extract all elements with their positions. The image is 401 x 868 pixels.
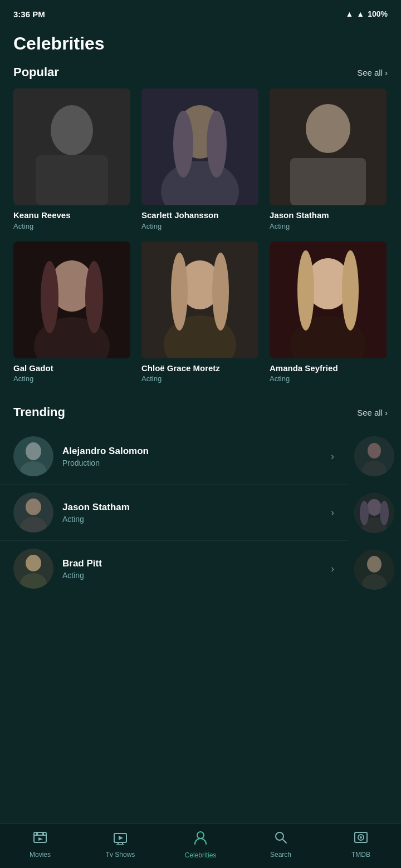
svg-point-59 xyxy=(197,832,204,839)
svg-point-64 xyxy=(360,836,362,839)
celebrity-photo-gal-gadot xyxy=(13,241,130,358)
svg-rect-12 xyxy=(290,158,366,205)
nav-label-tmdb: TMDB xyxy=(351,851,370,859)
status-bar: 3:36 PM ▲ ▲ 100% xyxy=(0,0,401,28)
trending-role-jason-statham-2: Acting xyxy=(62,515,326,524)
celebrity-photo-amanda-seyfried xyxy=(270,241,387,358)
svg-point-36 xyxy=(26,555,41,571)
popular-grid: Keanu Reeves Acting Scarlett Johansson A… xyxy=(13,88,381,383)
side-avatar-3[interactable] xyxy=(354,550,394,590)
svg-point-39 xyxy=(368,443,381,458)
svg-point-16 xyxy=(41,261,58,333)
celebrity-role-scarlett-johansson: Acting xyxy=(141,222,258,230)
trending-item-brad-pitt[interactable]: Brad Pitt Acting › xyxy=(0,541,348,596)
celebrity-card-keanu-reeves[interactable]: Keanu Reeves Acting xyxy=(13,88,130,230)
celebrity-card-gal-gadot[interactable]: Gal Gadot Acting xyxy=(13,241,130,383)
celebrity-card-jason-statham-1[interactable]: Jason Statham Acting xyxy=(270,88,387,230)
nav-item-tv-shows[interactable]: Tv Shows xyxy=(98,830,143,859)
svg-point-8 xyxy=(207,111,227,177)
popular-see-all[interactable]: See all › xyxy=(357,68,388,77)
status-icons: ▲ ▲ 100% xyxy=(345,9,388,18)
nav-item-celebrities[interactable]: Celebrities xyxy=(178,830,223,859)
trending-content: Alejandro Salomon Production › Jason Sta… xyxy=(0,428,401,598)
celebrity-card-amanda-seyfried[interactable]: Amanda Seyfried Acting xyxy=(270,241,387,383)
svg-point-30 xyxy=(26,442,41,460)
celebrity-role-amanda-seyfried: Acting xyxy=(270,374,387,383)
svg-point-10 xyxy=(306,104,350,153)
nav-label-tv-shows: Tv Shows xyxy=(106,851,135,859)
trending-main-list: Alejandro Salomon Production › Jason Sta… xyxy=(0,428,348,598)
svg-point-47 xyxy=(367,556,382,573)
trending-section-header: Trending See all › xyxy=(0,405,401,428)
trending-role-brad-pitt: Acting xyxy=(62,571,326,580)
svg-point-27 xyxy=(297,250,314,331)
wifi-icon: ▲ xyxy=(345,9,353,18)
celebrity-photo-keanu-reeves xyxy=(13,88,130,205)
trending-item-alejandro-salomon[interactable]: Alejandro Salomon Production › xyxy=(0,428,348,485)
battery-icon: 100% xyxy=(368,9,388,18)
nav-item-movies[interactable]: Movies xyxy=(18,830,62,859)
trending-section: Trending See all › Alejandro Salomon P xyxy=(0,400,401,598)
celebrity-role-jason-statham-1: Acting xyxy=(270,222,387,230)
celebrity-name-keanu-reeves: Keanu Reeves xyxy=(13,210,130,221)
svg-point-33 xyxy=(26,499,41,515)
svg-rect-49 xyxy=(34,832,46,842)
celebrity-photo-scarlett-johansson xyxy=(141,88,258,205)
celebrity-name-chloe-moretz: Chloë Grace Moretz xyxy=(141,363,258,374)
trending-title: Trending xyxy=(13,405,65,420)
trending-name-brad-pitt: Brad Pitt xyxy=(62,558,326,569)
status-time: 3:36 PM xyxy=(13,9,45,19)
svg-rect-51 xyxy=(36,832,38,835)
trending-name-alejandro-salomon: Alejandro Salomon xyxy=(62,446,326,457)
svg-point-42 xyxy=(367,499,382,516)
popular-scroll[interactable]: Keanu Reeves Acting Scarlett Johansson A… xyxy=(0,88,401,400)
trending-chevron-alejandro-salomon: › xyxy=(331,451,334,462)
nav-item-search[interactable]: Search xyxy=(258,830,303,859)
trending-chevron-brad-pitt: › xyxy=(331,563,334,575)
popular-section-header: Popular See all › xyxy=(0,65,401,88)
trending-side-avatars xyxy=(348,428,401,598)
nav-label-search: Search xyxy=(270,851,291,859)
trending-see-all[interactable]: See all › xyxy=(357,408,388,417)
svg-point-17 xyxy=(85,261,103,333)
chevron-right-icon: › xyxy=(385,68,388,77)
svg-rect-3 xyxy=(36,155,108,205)
side-avatar-2[interactable] xyxy=(354,493,394,533)
trending-info-alejandro-salomon: Alejandro Salomon Production xyxy=(62,446,326,467)
svg-marker-53 xyxy=(38,837,43,841)
nav-item-tmdb[interactable]: TMDB xyxy=(339,830,383,859)
bottom-nav: Movies Tv Shows Celebrities xyxy=(0,823,401,868)
celebrity-photo-jason-statham-1 xyxy=(270,88,387,205)
trending-role-alejandro-salomon: Production xyxy=(62,458,326,467)
svg-point-21 xyxy=(171,253,188,331)
celebrity-role-chloe-moretz: Acting xyxy=(141,374,258,383)
celebrity-name-jason-statham-1: Jason Statham xyxy=(270,210,387,221)
trending-item-jason-statham-2[interactable]: Jason Statham Acting › xyxy=(0,485,348,541)
trending-avatar-alejandro-salomon xyxy=(13,436,53,476)
celebrity-card-scarlett-johansson[interactable]: Scarlett Johansson Acting xyxy=(141,88,258,230)
chevron-right-icon-trending: › xyxy=(385,408,388,417)
search-icon xyxy=(273,830,288,849)
trending-avatar-jason-statham-2 xyxy=(13,492,53,532)
celebrity-role-gal-gadot: Acting xyxy=(13,374,130,383)
svg-point-22 xyxy=(212,253,229,331)
trending-chevron-jason-statham-2: › xyxy=(331,507,334,519)
celebrity-name-amanda-seyfried: Amanda Seyfried xyxy=(270,363,387,374)
tv-shows-icon xyxy=(113,830,128,849)
trending-info-jason-statham-2: Jason Statham Acting xyxy=(62,502,326,524)
nav-label-movies: Movies xyxy=(30,851,51,859)
nav-label-celebrities: Celebrities xyxy=(185,851,217,859)
svg-line-61 xyxy=(283,840,287,844)
celebrity-name-gal-gadot: Gal Gadot xyxy=(13,363,130,374)
side-avatar-1[interactable] xyxy=(354,436,394,476)
svg-point-7 xyxy=(173,111,193,177)
trending-info-brad-pitt: Brad Pitt Acting xyxy=(62,558,326,580)
page-title: Celebrities xyxy=(0,28,401,65)
tmdb-icon xyxy=(354,830,368,849)
celebrity-card-chloe-moretz[interactable]: Chloë Grace Moretz Acting xyxy=(141,241,258,383)
svg-point-45 xyxy=(380,501,389,525)
svg-point-28 xyxy=(342,250,359,331)
svg-rect-52 xyxy=(42,832,44,835)
popular-title: Popular xyxy=(13,65,59,80)
celebrity-name-scarlett-johansson: Scarlett Johansson xyxy=(141,210,258,221)
